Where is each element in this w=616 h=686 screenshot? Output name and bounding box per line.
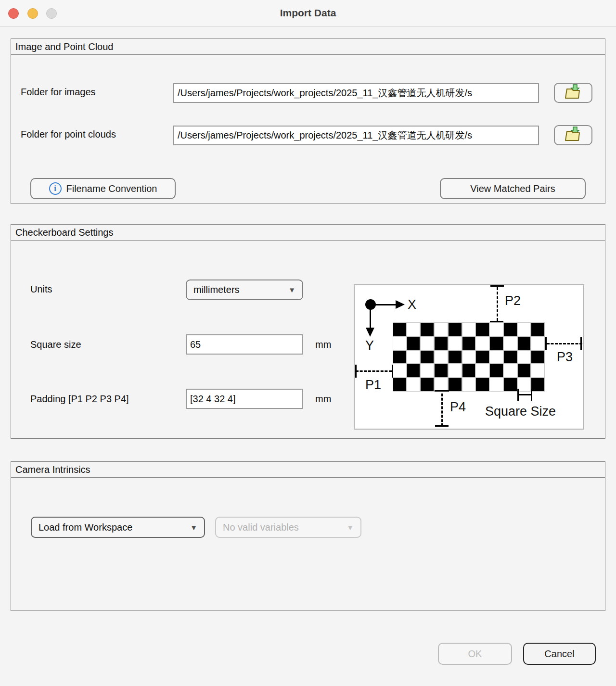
square-size-caption: Square Size — [485, 404, 556, 419]
padding-label: Padding [P1 P2 P3 P4] — [30, 394, 129, 405]
intrinsics-source-dropdown[interactable]: Load from Workspace ▼ — [31, 517, 205, 538]
x-axis-label: X — [408, 297, 416, 312]
browse-clouds-button[interactable] — [554, 125, 592, 145]
p4-dimension-line — [441, 394, 443, 426]
y-axis-label: Y — [365, 338, 374, 353]
checkerboard-cell — [517, 322, 531, 336]
checkerboard-board — [393, 322, 545, 392]
checkerboard-cell — [475, 322, 489, 336]
checkerboard-cell — [531, 378, 545, 392]
camera-intrinsics-panel: Camera Intrinsics Load from Workspace ▼ … — [11, 461, 605, 611]
checkerboard-cell — [434, 350, 448, 364]
checkerboard-cell — [475, 378, 489, 392]
checkerboard-cell — [462, 322, 476, 336]
chevron-down-icon: ▼ — [190, 523, 197, 532]
browse-images-button[interactable] — [554, 83, 592, 103]
image-point-cloud-panel: Image and Point Cloud Folder for images … — [11, 38, 605, 204]
checkerboard-cell — [517, 378, 531, 392]
folder-import-icon — [564, 84, 583, 102]
checkerboard-cell — [434, 364, 448, 378]
checkerboard-cell — [448, 364, 462, 378]
p3-dimension-line — [547, 343, 582, 344]
p2-dimension-line — [497, 287, 498, 321]
checkerboard-cell — [531, 364, 545, 378]
checkerboard-cell — [503, 336, 517, 350]
checkerboard-diagram: X Y P2 P3 P1 P4 Square Size — [354, 284, 584, 430]
cancel-button[interactable]: Cancel — [523, 643, 596, 665]
checkerboard-cell — [489, 350, 503, 364]
checkerboard-cell — [434, 378, 448, 392]
checkerboard-cell — [393, 350, 407, 364]
checkerboard-cell — [503, 322, 517, 336]
checkerboard-cell — [407, 322, 421, 336]
checkerboard-cell — [448, 350, 462, 364]
folder-clouds-input[interactable] — [173, 126, 539, 145]
folder-images-input[interactable] — [173, 83, 539, 103]
p1-tick — [355, 365, 357, 378]
view-matched-pairs-button[interactable]: View Matched Pairs — [440, 178, 586, 199]
checkerboard-cell — [531, 336, 545, 350]
checkerboard-cell — [462, 364, 476, 378]
checkerboard-cell — [393, 378, 407, 392]
square-size-input[interactable] — [186, 334, 303, 355]
intrinsics-variables-dropdown: No valid variables ▼ — [215, 517, 361, 538]
panel-title-checkerboard: Checkerboard Settings — [11, 225, 605, 241]
p2-board-tick — [490, 321, 503, 322]
checkerboard-cell — [434, 322, 448, 336]
folder-clouds-label: Folder for point clouds — [21, 129, 116, 140]
panel-title-camera-intrinsics: Camera Intrinsics — [11, 462, 605, 478]
checkerboard-cell — [407, 336, 421, 350]
filename-convention-button[interactable]: i Filename Convention — [30, 178, 176, 199]
checkerboard-cell — [489, 378, 503, 392]
checkerboard-cell — [448, 322, 462, 336]
checkerboard-cell — [462, 378, 476, 392]
checkerboard-cell — [393, 336, 407, 350]
checkerboard-cell — [475, 350, 489, 364]
checkerboard-cell — [407, 350, 421, 364]
panel-title-image-point-cloud: Image and Point Cloud — [11, 39, 605, 55]
padding-input[interactable] — [186, 389, 303, 409]
square-size-connector — [517, 394, 532, 395]
checkerboard-cell — [475, 336, 489, 350]
checkerboard-cell — [489, 364, 503, 378]
checkerboard-cell — [517, 364, 531, 378]
intrinsics-variables-value: No valid variables — [223, 522, 299, 533]
folder-images-label: Folder for images — [21, 87, 96, 98]
y-axis-arrow — [370, 305, 371, 329]
checkerboard-cell — [448, 378, 462, 392]
chevron-down-icon: ▼ — [346, 523, 354, 532]
ok-button: OK — [438, 643, 512, 665]
units-dropdown[interactable]: millimeters ▼ — [186, 279, 303, 300]
checkerboard-cell — [462, 350, 476, 364]
window-title: Import Data — [0, 7, 616, 19]
p4-board-tick — [435, 390, 449, 392]
ok-button-label: OK — [468, 648, 482, 660]
p3-board-tick — [545, 337, 547, 350]
checkerboard-cell — [393, 322, 407, 336]
checkerboard-cell — [531, 350, 545, 364]
p3-tick — [580, 337, 582, 350]
checkerboard-cell — [489, 336, 503, 350]
checkerboard-cell — [531, 322, 545, 336]
checkerboard-cell — [434, 336, 448, 350]
p1-dimension-line — [356, 370, 392, 372]
padding-unit-label: mm — [315, 394, 331, 405]
view-matched-pairs-label: View Matched Pairs — [470, 183, 555, 194]
checkerboard-cell — [420, 322, 434, 336]
checkerboard-cell — [448, 336, 462, 350]
p4-tick — [435, 425, 449, 427]
p2-tick — [490, 285, 504, 287]
checkerboard-cell — [503, 364, 517, 378]
checkerboard-cell — [462, 336, 476, 350]
y-axis-arrowhead-icon — [366, 328, 374, 337]
checkerboard-cell — [420, 350, 434, 364]
cancel-button-label: Cancel — [544, 648, 574, 660]
square-size-unit-label: mm — [315, 339, 331, 350]
checkerboard-cell — [517, 336, 531, 350]
checkerboard-cell — [393, 364, 407, 378]
p3-label: P3 — [557, 350, 573, 365]
p1-label: P1 — [365, 378, 381, 393]
checkerboard-cell — [407, 378, 421, 392]
titlebar: Import Data — [0, 0, 616, 27]
checkerboard-cell — [503, 378, 517, 392]
